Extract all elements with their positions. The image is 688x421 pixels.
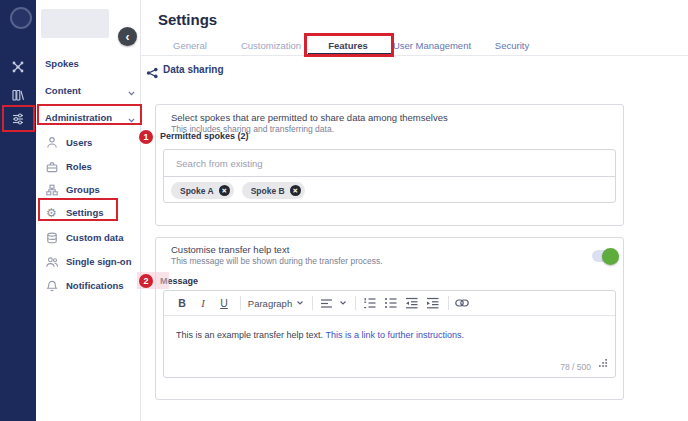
message-editor: B I U Paragraph bbox=[163, 290, 616, 378]
sidebar-item-single-sign-on[interactable]: Single sign-on bbox=[36, 254, 141, 269]
underline-button[interactable]: U bbox=[217, 297, 231, 309]
gear-icon: ⚙ bbox=[45, 206, 58, 219]
resize-grip-icon[interactable] bbox=[599, 353, 607, 371]
indent-button[interactable] bbox=[425, 297, 439, 309]
sidebar-item-label: Settings bbox=[66, 207, 103, 218]
sidebar-item-label: Notifications bbox=[66, 280, 124, 291]
user-icon bbox=[45, 136, 58, 149]
app-rail bbox=[0, 0, 36, 421]
bullet-list-button[interactable] bbox=[383, 297, 397, 309]
transfer-help-toggle[interactable] bbox=[592, 250, 617, 262]
sidebar-item-roles[interactable]: Roles bbox=[36, 159, 141, 174]
users-group-icon bbox=[45, 255, 58, 268]
sidebar-item-groups[interactable]: Groups bbox=[36, 182, 141, 197]
toggle-knob bbox=[602, 248, 619, 265]
chip-remove-icon[interactable]: ✕ bbox=[290, 185, 301, 196]
bold-button[interactable]: B bbox=[175, 297, 189, 309]
sidebar-item-users[interactable]: Users bbox=[36, 135, 141, 150]
sidebar-item-spokes[interactable]: Spokes bbox=[36, 56, 141, 71]
chevron-down-icon bbox=[128, 109, 135, 127]
sidebar-item-label: Users bbox=[66, 137, 92, 148]
permitted-spokes-select: Spoke A ✕ Spoke B ✕ bbox=[163, 149, 616, 203]
sidebar-item-settings[interactable]: ⚙ Settings bbox=[36, 205, 141, 220]
align-left-button[interactable] bbox=[319, 298, 333, 309]
sidebar: Spokes Content Administration Users bbox=[36, 0, 141, 421]
editor-toolbar: B I U Paragraph bbox=[164, 291, 615, 316]
avatar[interactable] bbox=[10, 7, 32, 29]
search-row bbox=[164, 150, 615, 177]
chips-row: Spoke A ✕ Spoke B ✕ bbox=[164, 177, 615, 204]
sidebar-item-content[interactable]: Content bbox=[36, 83, 141, 98]
sidebar-item-label: Roles bbox=[66, 161, 92, 172]
toolbar-divider bbox=[312, 296, 313, 310]
toolbar-divider bbox=[355, 296, 356, 310]
link-button[interactable] bbox=[455, 299, 469, 307]
sidebar-item-label: Single sign-on bbox=[66, 256, 131, 267]
chip-remove-icon[interactable]: ✕ bbox=[219, 185, 230, 196]
sidebar-item-label: Administration bbox=[45, 112, 112, 123]
active-tab-underline bbox=[308, 53, 392, 56]
tab-security[interactable]: Security bbox=[495, 40, 529, 51]
chip-label: Spoke B bbox=[251, 186, 285, 196]
logo-placeholder bbox=[41, 9, 109, 38]
italic-button[interactable]: I bbox=[196, 298, 210, 309]
settings-page: Spokes Content Administration Users bbox=[0, 0, 688, 421]
share-icon bbox=[146, 65, 158, 77]
sidebar-item-label: Groups bbox=[66, 184, 100, 195]
chevron-down-icon[interactable] bbox=[340, 301, 346, 305]
sidebar-item-label: Content bbox=[45, 85, 81, 96]
page-title: Settings bbox=[158, 11, 217, 28]
search-input[interactable] bbox=[164, 158, 615, 169]
tab-features[interactable]: Features bbox=[328, 40, 368, 51]
spokes-network-icon[interactable] bbox=[11, 60, 25, 74]
sidebar-item-notifications[interactable]: Notifications bbox=[36, 278, 141, 293]
card-subtitle: This message will be shown during the tr… bbox=[171, 256, 383, 266]
admin-sliders-icon[interactable] bbox=[11, 112, 25, 126]
toolbar-divider bbox=[240, 296, 241, 310]
ordered-list-button[interactable] bbox=[362, 297, 376, 309]
card-title: Select spokes that are permitted to shar… bbox=[171, 112, 448, 123]
section-title: Data sharing bbox=[163, 64, 224, 75]
tab-general[interactable]: General bbox=[173, 40, 207, 51]
sidebar-item-administration[interactable]: Administration bbox=[36, 110, 141, 125]
org-chart-icon bbox=[45, 183, 58, 196]
sidebar-item-label: Spokes bbox=[45, 58, 79, 69]
editor-text: This is an example transfer help text. bbox=[176, 330, 325, 340]
briefcase-icon bbox=[45, 160, 58, 173]
character-count: 78 / 500 bbox=[560, 362, 591, 372]
sidebar-item-custom-data[interactable]: Custom data bbox=[36, 230, 141, 245]
sidebar-collapse-button[interactable]: ‹ bbox=[118, 27, 137, 46]
chevron-down-icon[interactable] bbox=[297, 301, 303, 305]
editor-link[interactable]: This is a link to further instructions. bbox=[325, 330, 464, 340]
annotation-badge-1: 1 bbox=[139, 130, 153, 144]
chip-label: Spoke A bbox=[180, 186, 214, 196]
chevron-down-icon bbox=[128, 82, 135, 100]
permitted-spokes-label: Permitted spokes (2) bbox=[160, 131, 249, 141]
paragraph-style-dropdown[interactable]: Paragraph bbox=[247, 298, 293, 309]
toolbar-divider bbox=[448, 296, 449, 310]
outdent-button[interactable] bbox=[404, 297, 418, 309]
tab-user-management[interactable]: User Management bbox=[393, 40, 471, 51]
tabbar-divider bbox=[141, 55, 688, 56]
card-title: Customise transfer help text bbox=[171, 244, 289, 255]
editor-content[interactable]: This is an example transfer help text. T… bbox=[164, 316, 615, 355]
database-icon bbox=[45, 231, 58, 244]
bell-icon bbox=[45, 279, 58, 292]
tab-customization[interactable]: Customization bbox=[241, 40, 301, 51]
chip-spoke-a: Spoke A ✕ bbox=[171, 182, 234, 199]
chip-spoke-b: Spoke B ✕ bbox=[242, 182, 305, 199]
sidebar-item-label: Custom data bbox=[66, 232, 124, 243]
annotation-badge-2: 2 bbox=[139, 274, 153, 288]
library-icon[interactable] bbox=[11, 88, 25, 102]
